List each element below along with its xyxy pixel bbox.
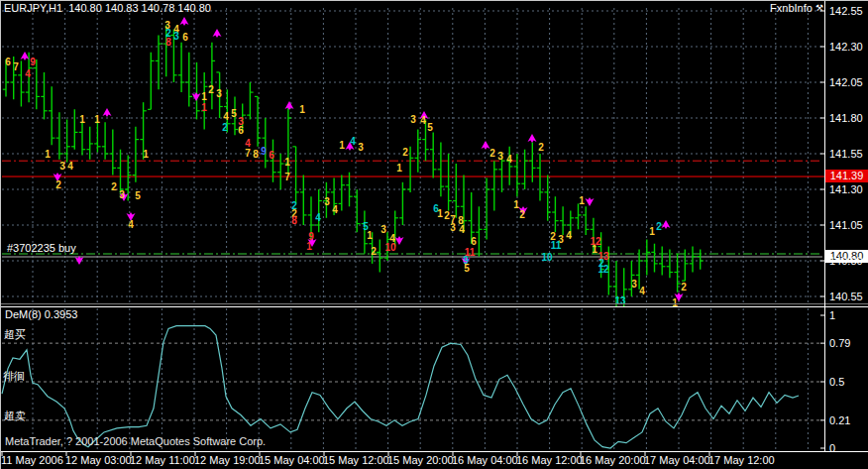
- bar-count-label: 2: [402, 147, 408, 158]
- bar-count-label: 6: [238, 125, 244, 136]
- bar-count-label: 1: [284, 157, 290, 168]
- price-axis-label: 142.55: [829, 5, 863, 17]
- bar-count-label: 3: [358, 142, 364, 153]
- fractal-up-arrow-icon: [180, 17, 189, 26]
- time-axis-label: 15 May 04:00: [259, 454, 325, 466]
- bar-count-label: 7: [245, 148, 251, 159]
- bar-count-label: 4: [128, 219, 134, 230]
- ohlc-bar: [354, 189, 360, 232]
- time-axis-label: 12 May 11:00: [130, 454, 195, 466]
- ohlc-bar: [377, 239, 382, 272]
- price-axis-label: 142.05: [829, 76, 863, 88]
- bar-count-label: 1: [79, 114, 85, 125]
- bar-count-label: 2: [111, 181, 117, 192]
- time-axis-label: 17 May 12:00: [708, 454, 775, 466]
- ohlc-bar: [346, 173, 352, 207]
- ohlc-bar: [49, 86, 54, 145]
- time-axis-label: 12 May 03:00: [65, 454, 132, 466]
- indicator-axis-label: 0.5: [829, 376, 844, 388]
- ohlc-bar: [292, 147, 298, 204]
- bar-count-label: 1: [201, 102, 207, 113]
- ohlc-bar: [659, 247, 665, 276]
- time-axis-label: 11 May 2006: [1, 454, 63, 466]
- bar-count-label: 3: [380, 224, 386, 235]
- bar-count-label: 3: [410, 114, 416, 125]
- ohlc-bar: [698, 249, 704, 269]
- bar-count-label: 1: [45, 149, 51, 160]
- bar-count-label: 4: [420, 115, 426, 126]
- bar-count-label: 3: [216, 88, 222, 99]
- fractal-down-arrow-icon: [586, 197, 595, 206]
- ohlc-bar: [178, 43, 184, 92]
- bar-count-label: 3: [119, 189, 125, 200]
- time-axis-label: 15 May 12:00: [323, 454, 389, 466]
- chart-canvas[interactable]: 6794134211235413423861123453264789611722…: [0, 0, 868, 469]
- bar-count-label: 8: [165, 37, 171, 48]
- ohlc-bar: [63, 119, 69, 162]
- ohlc-bar: [71, 109, 77, 149]
- fractal-up-arrow-icon: [528, 134, 537, 143]
- time-axis-label: 15 May 20:00: [387, 454, 454, 466]
- ohlc-bar: [255, 96, 261, 146]
- ohlc-bar: [41, 72, 47, 120]
- ohlc-bar: [438, 142, 444, 196]
- price-axis-label: 141.55: [829, 148, 863, 160]
- fractal-up-arrow-icon: [213, 29, 222, 38]
- copyright-watermark: MetaTrader, ? 2001-2006 MetaQuotes Softw…: [5, 435, 266, 447]
- bar-count-label: 10: [384, 242, 396, 253]
- bar-count-label: 4: [315, 212, 321, 223]
- ohlc-bar: [476, 206, 482, 256]
- bar-count-label: 12: [597, 264, 609, 275]
- ohlc-bar: [575, 203, 581, 229]
- price-axis-label: 140.55: [829, 291, 863, 302]
- bar-count-label: 2: [519, 209, 525, 220]
- ohlc-bar: [247, 82, 253, 119]
- indicator-axis-label: 0.79: [829, 337, 850, 349]
- overbought-label: 超买: [4, 328, 26, 340]
- ohlc-bar: [453, 164, 459, 218]
- ohlc-bar: [79, 122, 85, 155]
- bar-count-label: 5: [464, 263, 470, 274]
- metatrader-chart-window: 6794134211235413423861123453264789611722…: [0, 0, 868, 469]
- time-axis-label: 12 May 19:00: [194, 454, 261, 466]
- indicator-axis-label: 1: [829, 309, 835, 321]
- ohlc-bar: [148, 53, 154, 110]
- ohlc-bar: [636, 249, 642, 289]
- bar-count-label: 2: [222, 122, 228, 133]
- ohlc-bar: [34, 59, 40, 109]
- bar-count-label: 3: [497, 151, 503, 162]
- bar-count-label: 4: [639, 286, 645, 296]
- price-axis-label: 142.30: [829, 41, 863, 53]
- indicator-title: DeM(8) 0.3953: [5, 308, 77, 320]
- ohlc-bar: [651, 244, 657, 273]
- ohlc-bar: [125, 155, 131, 200]
- bar-count-label: 6: [182, 32, 188, 43]
- bar-count-label: 1: [649, 226, 655, 237]
- ohlc-bar: [87, 127, 93, 160]
- bar-count-label: 5: [231, 108, 237, 119]
- bar-count-label: 4: [332, 204, 338, 215]
- bar-count-label: 6: [471, 236, 477, 247]
- bar-count-label: 1: [94, 114, 100, 125]
- bar-count-label: 1: [672, 297, 678, 308]
- ohlc-bar: [491, 161, 497, 210]
- bar-count-label: 6: [5, 57, 11, 67]
- ohlc-bar: [430, 132, 436, 177]
- ohlc-bar: [300, 176, 306, 225]
- ohlc-bar: [339, 176, 345, 211]
- fractal-up-arrow-icon: [21, 52, 30, 60]
- oversold-label: 超卖: [4, 410, 26, 421]
- bar-count-label: 3: [450, 222, 456, 233]
- bar-count-label: 3: [173, 31, 179, 42]
- ohlc-bar: [674, 254, 680, 293]
- bar-count-label: 1: [143, 149, 149, 160]
- ohlc-bar: [18, 60, 24, 106]
- ohlc-bar: [445, 154, 451, 211]
- indicator-axis-label: 0: [829, 442, 835, 454]
- bar-count-label: 1: [339, 140, 345, 151]
- ohlc-bar: [110, 130, 116, 176]
- bar-count-label: 2: [538, 142, 544, 153]
- fractal-down-arrow-icon: [192, 92, 201, 101]
- bar-count-label: 10: [541, 252, 553, 263]
- trade-order-label: #3702235 buy: [7, 242, 76, 254]
